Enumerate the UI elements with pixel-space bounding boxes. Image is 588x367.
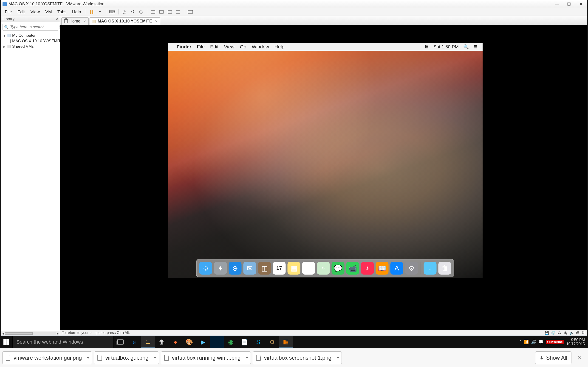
dock-trash-icon[interactable]: 🗑 xyxy=(439,262,451,275)
download-item[interactable]: virtualbox running win....png xyxy=(161,351,251,364)
vmware-menu-file[interactable]: File xyxy=(2,8,14,15)
scroll-left-icon[interactable]: ◂ xyxy=(2,332,4,335)
vm-manage-snapshots-button[interactable]: ◵ xyxy=(137,9,145,15)
mac-notification-icon[interactable]: ≣ xyxy=(471,44,480,50)
download-shelf-close-button[interactable]: × xyxy=(573,354,586,362)
vm-view-fullscreen-button[interactable] xyxy=(149,9,157,15)
vm-view-stretch-button[interactable] xyxy=(174,9,182,15)
download-menu-chevron-icon[interactable] xyxy=(337,357,339,359)
twisty-icon[interactable]: ▸ xyxy=(3,44,6,49)
vm-pause-button[interactable] xyxy=(88,9,95,15)
vm-power-dropdown[interactable] xyxy=(96,9,104,15)
dock-itunes-icon[interactable]: ♪ xyxy=(361,262,374,275)
mac-menu-edit[interactable]: Edit xyxy=(208,44,221,50)
dock-reminders-icon[interactable]: ☑ xyxy=(302,262,315,275)
tab-close-icon[interactable]: × xyxy=(155,19,157,23)
dock-messages-icon[interactable]: 💬 xyxy=(332,262,345,275)
tray-chevron-icon[interactable]: ˄ xyxy=(519,340,521,344)
download-menu-chevron-icon[interactable] xyxy=(246,357,248,359)
library-search[interactable]: 🔍 ▾ xyxy=(2,24,58,31)
taskbar-app-vmware[interactable]: ▦ xyxy=(279,336,293,348)
dock-appstore-icon[interactable]: A xyxy=(390,262,403,275)
vmware-menu-tabs[interactable]: Tabs xyxy=(55,8,69,15)
tray-action-center-icon[interactable]: 💬 xyxy=(538,340,544,344)
download-item[interactable]: vmware workstation gui.png xyxy=(2,351,92,364)
window-maximize-button[interactable]: ☐ xyxy=(563,0,575,8)
mac-menu-window[interactable]: Window xyxy=(249,44,272,50)
download-menu-chevron-icon[interactable] xyxy=(87,357,90,359)
dock-downloads-icon[interactable]: ↓ xyxy=(424,262,437,275)
download-menu-chevron-icon[interactable] xyxy=(154,357,156,359)
taskbar-app-chrome[interactable]: ◉ xyxy=(224,336,237,348)
dock-finder-icon[interactable]: ☺ xyxy=(199,262,212,275)
vm-display-canvas[interactable]: Finder File Edit View Go Window Help 🖥 S… xyxy=(60,25,587,330)
mac-app-name[interactable]: Finder xyxy=(174,44,194,50)
vmware-menu-view[interactable]: View xyxy=(28,8,42,15)
library-hscrollbar[interactable]: ◂ ▸ xyxy=(1,331,60,336)
vm-device-printer-icon[interactable]: 🖶 xyxy=(576,331,579,335)
vm-revert-button[interactable]: ↺ xyxy=(129,9,137,15)
mac-menu-file[interactable]: File xyxy=(194,44,208,50)
vm-device-sound-icon[interactable]: 🔈 xyxy=(569,331,574,335)
vm-view-unity-button[interactable] xyxy=(158,9,165,15)
taskbar-app-firefox[interactable]: ● xyxy=(169,336,182,348)
mac-display-icon[interactable]: 🖥 xyxy=(422,44,431,50)
download-item[interactable]: virtualbox gui.png xyxy=(94,351,159,364)
vmware-menu-vm[interactable]: VM xyxy=(43,8,54,15)
vm-snapshot-button[interactable]: ◴ xyxy=(121,9,128,15)
tray-wifi-icon[interactable]: 📶 xyxy=(524,340,529,344)
download-item[interactable]: virtualbox screenshot 1.png xyxy=(253,351,342,364)
dock-safari-icon[interactable]: ⊕ xyxy=(229,262,242,275)
window-close-button[interactable]: ✕ xyxy=(575,0,587,8)
twisty-icon[interactable]: ▾ xyxy=(3,33,6,38)
dock-maps-icon[interactable]: ⌖ xyxy=(317,262,330,275)
tab-yosemite[interactable]: MAC OS X 10.10 YOSEMITE × xyxy=(90,17,160,25)
tab-close-icon[interactable]: × xyxy=(84,19,86,23)
dock-facetime-icon[interactable]: 📹 xyxy=(346,262,359,275)
downloads-show-all-button[interactable]: ⬇ Show All xyxy=(535,351,571,364)
mac-spotlight-icon[interactable]: 🔍 xyxy=(461,44,471,50)
tree-my-computer[interactable]: ▾ My Computer xyxy=(1,33,60,38)
vm-library-toggle-button[interactable] xyxy=(187,9,194,15)
dock-notes-icon[interactable]: ▤ xyxy=(288,262,300,275)
dock-preferences-icon[interactable]: ⚙ xyxy=(405,262,418,275)
taskbar-app-notepad[interactable]: 📄 xyxy=(237,336,251,348)
mac-guest-screen[interactable]: Finder File Edit View Go Window Help 🖥 S… xyxy=(168,43,483,278)
tab-home[interactable]: Home × xyxy=(61,17,89,25)
scrollbar-thumb[interactable] xyxy=(5,332,33,335)
vm-send-cad-button[interactable]: ⌨ xyxy=(109,9,116,15)
library-tree[interactable]: ▾ My Computer MAC OS X 10.10 YOSEMITE ▸ … xyxy=(1,32,60,331)
taskbar-clock[interactable]: 9:50 PM 10/17/2015 xyxy=(566,338,585,346)
start-button[interactable] xyxy=(0,336,12,348)
taskbar-app-photoshop[interactable]: Ps xyxy=(210,336,224,348)
task-view-button[interactable] xyxy=(113,336,127,348)
taskbar-app-media-player[interactable]: ▶ xyxy=(196,336,210,348)
taskbar-app-paint[interactable]: 🎨 xyxy=(182,336,196,348)
taskbar-app-skype[interactable]: S xyxy=(251,336,265,348)
library-close-button[interactable]: × xyxy=(56,17,58,21)
tree-shared-vms[interactable]: ▸ Shared VMs xyxy=(1,44,60,49)
vmware-titlebar[interactable]: MAC OS X 10.10 YOSEMITE - VMware Worksta… xyxy=(1,0,587,8)
vm-device-net-icon[interactable]: 🖧 xyxy=(557,331,561,335)
vm-device-display-icon[interactable]: 🖥 xyxy=(581,331,585,335)
taskbar-app-device-manager[interactable]: ⚙ xyxy=(265,336,279,348)
vm-device-cd-icon[interactable]: 💿 xyxy=(551,331,556,335)
dock-mail-icon[interactable]: ✉ xyxy=(243,262,256,275)
mac-menu-help[interactable]: Help xyxy=(272,44,287,50)
taskbar-app-file-explorer[interactable]: 🗀 xyxy=(141,336,155,348)
scroll-right-icon[interactable]: ▸ xyxy=(57,332,59,335)
taskbar-app-edge[interactable]: e xyxy=(127,336,141,348)
taskbar-app-wise-uninstaller[interactable]: 🗑 xyxy=(155,336,169,348)
window-minimize-button[interactable]: — xyxy=(551,0,563,8)
dock-contacts-icon[interactable]: ◫ xyxy=(258,262,271,275)
dock-calendar-icon[interactable]: 17 xyxy=(273,262,286,275)
mac-menu-view[interactable]: View xyxy=(221,44,237,50)
dock-launchpad-icon[interactable]: ✦ xyxy=(214,262,227,275)
mac-menu-go[interactable]: Go xyxy=(237,44,249,50)
youtube-subscribe-badge[interactable]: Subscribe xyxy=(546,340,564,344)
library-search-input[interactable] xyxy=(10,25,59,29)
vm-device-hdd-icon[interactable]: 💾 xyxy=(545,331,549,335)
vm-device-usb-icon[interactable]: 🔌 xyxy=(563,331,568,335)
taskbar-search[interactable]: Search the web and Windows xyxy=(12,336,113,348)
tray-volume-icon[interactable]: 🔊 xyxy=(531,340,536,344)
